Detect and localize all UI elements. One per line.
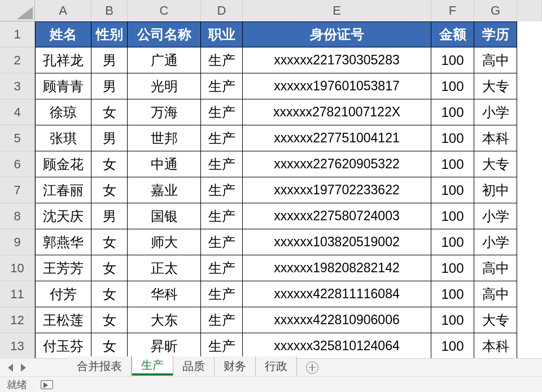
row-header[interactable]: 9: [0, 229, 35, 255]
macro-record-icon[interactable]: [41, 380, 53, 389]
cell-name[interactable]: 江春丽: [35, 177, 91, 203]
cell-sex[interactable]: 男: [91, 125, 128, 151]
cell-job[interactable]: 生产: [201, 177, 243, 203]
header-company[interactable]: 公司名称: [128, 21, 201, 47]
cell-sex[interactable]: 女: [91, 151, 128, 177]
sheet-tab[interactable]: 品质: [173, 356, 215, 376]
cell-amount[interactable]: 100: [431, 229, 474, 255]
cell-name[interactable]: 徐琼: [35, 99, 91, 125]
cell-id[interactable]: xxxxxx197601053817: [243, 73, 431, 99]
cell-company[interactable]: 世邦: [128, 125, 201, 151]
cell-company[interactable]: 嘉业: [128, 177, 201, 203]
header-id[interactable]: 身份证号: [243, 21, 431, 47]
header-name[interactable]: 姓名: [35, 21, 91, 47]
cell-company[interactable]: 国银: [128, 203, 201, 229]
cell-company[interactable]: 广通: [128, 47, 201, 73]
cell-company[interactable]: 华科: [128, 281, 201, 307]
cell-sex[interactable]: 女: [91, 255, 128, 281]
cell-edu[interactable]: 本科: [474, 333, 517, 359]
sheet-tab[interactable]: 行政: [256, 356, 297, 376]
tab-nav-prev-icon[interactable]: [8, 364, 13, 372]
row-header[interactable]: 1: [0, 21, 35, 47]
row-header[interactable]: 5: [0, 125, 35, 151]
row-header[interactable]: 4: [0, 99, 35, 125]
cell-id[interactable]: xxxxxx197702233622: [243, 177, 431, 203]
cell-amount[interactable]: 100: [431, 73, 474, 99]
cell-id[interactable]: xxxxxx221730305283: [243, 47, 431, 73]
sheet-tab[interactable]: 财务: [215, 356, 256, 376]
cell-amount[interactable]: 100: [431, 151, 474, 177]
cell-amount[interactable]: 100: [431, 47, 474, 73]
cell-edu[interactable]: 大专: [474, 73, 517, 99]
cell-id[interactable]: xxxxxx103820519002: [243, 229, 431, 255]
col-header-G[interactable]: G: [474, 0, 517, 21]
row-header[interactable]: 11: [0, 281, 35, 307]
cell-sex[interactable]: 男: [91, 203, 128, 229]
cell-amount[interactable]: 100: [431, 203, 474, 229]
col-header-C[interactable]: C: [128, 0, 201, 21]
header-sex[interactable]: 性别: [91, 21, 128, 47]
cell-company[interactable]: 大东: [128, 307, 201, 333]
cell-job[interactable]: 生产: [201, 99, 243, 125]
grid-body[interactable]: 姓名 性别 公司名称 职业 身份证号 金额 学历 孔祥龙男广通生产xxxxxx2…: [35, 21, 542, 359]
cell-edu[interactable]: 高中: [474, 47, 517, 73]
row-header[interactable]: 13: [0, 333, 35, 359]
cell-company[interactable]: 万海: [128, 99, 201, 125]
cell-id[interactable]: xxxxxx422810906006: [243, 307, 431, 333]
cell-amount[interactable]: 100: [431, 333, 474, 359]
cell-amount[interactable]: 100: [431, 125, 474, 151]
cell-amount[interactable]: 100: [431, 99, 474, 125]
cell-job[interactable]: 生产: [201, 151, 243, 177]
sheet-tab[interactable]: 合并报表: [68, 356, 132, 376]
cell-edu[interactable]: 小学: [474, 203, 517, 229]
cell-job[interactable]: 生产: [201, 281, 243, 307]
row-header[interactable]: 3: [0, 73, 35, 99]
row-header[interactable]: 2: [0, 47, 35, 73]
cell-amount[interactable]: 100: [431, 255, 474, 281]
cell-name[interactable]: 郭燕华: [35, 229, 91, 255]
col-header-A[interactable]: A: [35, 0, 91, 21]
cell-amount[interactable]: 100: [431, 177, 474, 203]
cell-name[interactable]: 孔祥龙: [35, 47, 91, 73]
header-edu[interactable]: 学历: [474, 21, 517, 47]
col-header-B[interactable]: B: [91, 0, 128, 21]
cell-id[interactable]: xxxxxx325810124064: [243, 333, 431, 359]
header-job[interactable]: 职业: [201, 21, 243, 47]
cell-name[interactable]: 沈天庆: [35, 203, 91, 229]
cell-job[interactable]: 生产: [201, 203, 243, 229]
add-sheet-button[interactable]: [297, 359, 327, 376]
row-header[interactable]: 6: [0, 151, 35, 177]
cell-name[interactable]: 王芳芳: [35, 255, 91, 281]
cell-sex[interactable]: 女: [91, 333, 128, 359]
cell-job[interactable]: 生产: [201, 73, 243, 99]
cell-edu[interactable]: 本科: [474, 125, 517, 151]
cell-amount[interactable]: 100: [431, 307, 474, 333]
cell-job[interactable]: 生产: [201, 47, 243, 73]
cell-name[interactable]: 顾青青: [35, 73, 91, 99]
sheet-tab[interactable]: 生产: [132, 355, 173, 376]
cell-edu[interactable]: 大专: [474, 307, 517, 333]
cell-company[interactable]: 中通: [128, 151, 201, 177]
select-all-corner[interactable]: [0, 0, 35, 21]
cell-id[interactable]: xxxxxx227580724003: [243, 203, 431, 229]
row-header[interactable]: 12: [0, 307, 35, 333]
cell-sex[interactable]: 女: [91, 177, 128, 203]
cell-edu[interactable]: 高中: [474, 255, 517, 281]
cell-job[interactable]: 生产: [201, 229, 243, 255]
cell-sex[interactable]: 男: [91, 73, 128, 99]
cell-edu[interactable]: 初中: [474, 177, 517, 203]
cell-edu[interactable]: 大专: [474, 151, 517, 177]
row-header[interactable]: 8: [0, 203, 35, 229]
cell-company[interactable]: 师大: [128, 229, 201, 255]
cell-sex[interactable]: 女: [91, 99, 128, 125]
cell-job[interactable]: 生产: [201, 307, 243, 333]
col-header-extra[interactable]: [517, 0, 542, 21]
cell-job[interactable]: 生产: [201, 255, 243, 281]
cell-edu[interactable]: 高中: [474, 281, 517, 307]
cell-sex[interactable]: 男: [91, 47, 128, 73]
cell-name[interactable]: 付玉芬: [35, 333, 91, 359]
cell-edu[interactable]: 小学: [474, 229, 517, 255]
cell-id[interactable]: xxxxxx422811116084: [243, 281, 431, 307]
col-header-D[interactable]: D: [201, 0, 243, 21]
cell-id[interactable]: xxxxxx27821007122X: [243, 99, 431, 125]
